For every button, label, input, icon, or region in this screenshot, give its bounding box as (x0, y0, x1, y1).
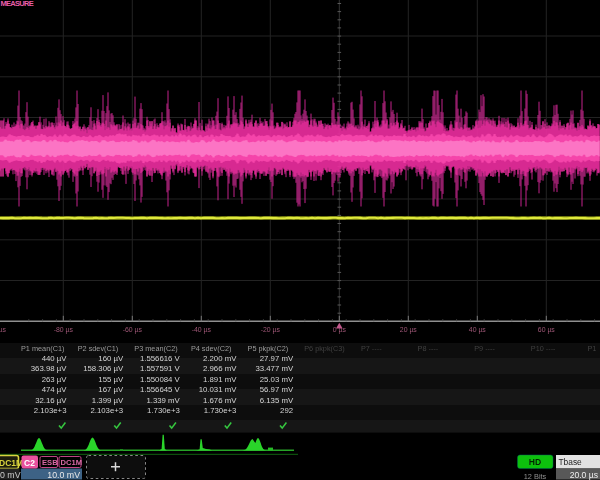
svg-text:P2 sdev(C1): P2 sdev(C1) (78, 344, 119, 353)
svg-text:56.97 mV: 56.97 mV (260, 385, 294, 394)
svg-text:2.103e+3: 2.103e+3 (90, 406, 123, 415)
svg-text:2.966 mV: 2.966 mV (203, 364, 237, 373)
svg-text:1.730e+3: 1.730e+3 (204, 406, 237, 415)
svg-text:MEASURE: MEASURE (1, 0, 34, 8)
svg-text:P9 ----: P9 ---- (474, 344, 495, 353)
svg-text:160 µV: 160 µV (98, 354, 124, 363)
svg-text:-100 µs: -100 µs (0, 326, 6, 334)
svg-text:DC1M: DC1M (0, 458, 23, 468)
svg-text:292: 292 (280, 406, 293, 415)
svg-text:474 µV: 474 µV (42, 385, 68, 394)
svg-text:363.98 µV: 363.98 µV (31, 364, 68, 373)
svg-text:-60 µs: -60 µs (123, 326, 143, 334)
svg-text:DC1M: DC1M (61, 458, 83, 467)
svg-text:27.97 mV: 27.97 mV (260, 354, 294, 363)
svg-text:167 µV: 167 µV (98, 385, 124, 394)
svg-text:-20 µs: -20 µs (261, 326, 281, 334)
svg-text:2.200 mV: 2.200 mV (203, 354, 237, 363)
svg-text:P10 ----: P10 ---- (531, 344, 556, 353)
svg-text:40 µs: 40 µs (469, 326, 487, 334)
svg-text:1.550084 V: 1.550084 V (140, 375, 181, 384)
svg-text:20.0 µs: 20.0 µs (570, 470, 598, 480)
svg-text:HD: HD (529, 457, 541, 467)
svg-text:33.477 mV: 33.477 mV (255, 364, 294, 373)
svg-text:P4 sdev(C2): P4 sdev(C2) (191, 344, 232, 353)
svg-text:1.730e+3: 1.730e+3 (147, 406, 180, 415)
svg-text:C2: C2 (24, 458, 35, 468)
svg-text:1.556645 V: 1.556645 V (140, 385, 181, 394)
svg-text:1.676 mV: 1.676 mV (203, 396, 237, 405)
svg-text:155 µV: 155 µV (98, 375, 124, 384)
svg-text:12 Bits: 12 Bits (524, 472, 547, 480)
svg-text:60 µs: 60 µs (538, 326, 556, 334)
svg-text:10.031 mV: 10.031 mV (199, 385, 238, 394)
svg-text:32.16 µV: 32.16 µV (35, 396, 67, 405)
svg-text:440 µV: 440 µV (42, 354, 68, 363)
svg-text:263 µV: 263 µV (42, 375, 68, 384)
svg-text:158.306 µV: 158.306 µV (83, 364, 124, 373)
svg-text:1.556616 V: 1.556616 V (140, 354, 181, 363)
svg-text:6.135 mV: 6.135 mV (260, 396, 294, 405)
svg-text:25.03 mV: 25.03 mV (260, 375, 294, 384)
svg-text:P3 mean(C2): P3 mean(C2) (134, 344, 177, 353)
svg-text:2.103e+3: 2.103e+3 (34, 406, 67, 415)
svg-text:P1: P1 (588, 344, 597, 353)
svg-text:1.557591 V: 1.557591 V (140, 364, 181, 373)
svg-text:ESB: ESB (42, 458, 58, 467)
svg-text:1.891 mV: 1.891 mV (203, 375, 237, 384)
svg-text:P1 mean(C1): P1 mean(C1) (21, 344, 64, 353)
svg-text:10.0 mV: 10.0 mV (47, 470, 80, 480)
svg-text:-40 µs: -40 µs (192, 326, 212, 334)
svg-text:P7 ----: P7 ---- (361, 344, 382, 353)
svg-text:0 mV: 0 mV (0, 470, 21, 480)
svg-text:P8 ----: P8 ---- (418, 344, 439, 353)
svg-text:-80 µs: -80 µs (54, 326, 74, 334)
svg-text:20 µs: 20 µs (400, 326, 418, 334)
svg-text:1.339 mV: 1.339 mV (146, 396, 180, 405)
svg-text:P6 pkpk(C3): P6 pkpk(C3) (304, 344, 345, 353)
svg-text:P5 pkpk(C2): P5 pkpk(C2) (248, 344, 289, 353)
svg-text:1.399 µV: 1.399 µV (92, 396, 124, 405)
svg-text:Tbase: Tbase (559, 457, 583, 467)
